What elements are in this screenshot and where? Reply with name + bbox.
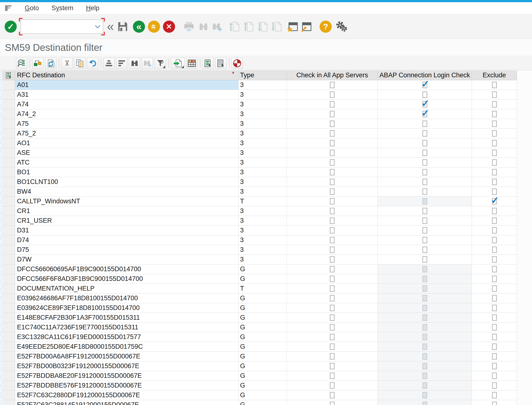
exclude-checkbox[interactable] bbox=[492, 295, 497, 302]
rfc-destination-cell[interactable]: A01 bbox=[15, 80, 239, 90]
type-cell[interactable]: G bbox=[239, 371, 287, 381]
rfc-destination-cell[interactable]: D31 bbox=[15, 226, 239, 235]
rfc-destination-cell[interactable]: DFCC566060695AF1B9C900155D014700 bbox=[15, 264, 239, 274]
rfc-destination-cell[interactable]: ATC bbox=[15, 158, 239, 167]
rfc-destination-cell[interactable]: DFCC566F6F8AD3F1B9C900155D014700 bbox=[15, 274, 239, 284]
exclude-checkbox[interactable] bbox=[492, 256, 497, 263]
exclude-checkbox[interactable] bbox=[492, 217, 497, 224]
rfc-destination-cell[interactable]: E52F7BDDBA8E20F1912000155D00067E bbox=[15, 371, 239, 381]
row-selector[interactable] bbox=[2, 216, 15, 226]
find-button-grid[interactable] bbox=[129, 58, 140, 69]
rfc-destination-cell[interactable]: AO1 bbox=[15, 138, 239, 148]
customize-button[interactable] bbox=[336, 21, 347, 32]
abap-login-check-checkbox[interactable] bbox=[422, 208, 427, 214]
row-selector[interactable] bbox=[2, 332, 15, 342]
exclude-checkbox[interactable] bbox=[492, 324, 497, 331]
exclude-checkbox[interactable] bbox=[492, 353, 497, 360]
type-cell[interactable]: G bbox=[239, 274, 287, 284]
sort-descending-button[interactable] bbox=[116, 58, 127, 69]
exclude-checkbox[interactable] bbox=[492, 140, 497, 146]
abap-login-check-checkbox[interactable] bbox=[422, 392, 427, 398]
row-selector[interactable] bbox=[2, 148, 15, 158]
rfc-destination-cell[interactable]: CALLTP_WindowsNT bbox=[15, 197, 239, 206]
type-cell[interactable]: G bbox=[239, 390, 287, 400]
type-cell[interactable]: G bbox=[239, 332, 287, 342]
rfc-destination-cell[interactable]: A75 bbox=[15, 119, 239, 129]
check-all-servers-checkbox[interactable] bbox=[330, 217, 335, 224]
rfc-destination-cell[interactable]: CR1_USER bbox=[15, 216, 239, 226]
type-cell[interactable]: G bbox=[239, 294, 287, 303]
type-cell[interactable]: G bbox=[239, 352, 287, 361]
copy-button[interactable] bbox=[74, 58, 85, 69]
abap-login-check-checkbox[interactable] bbox=[422, 111, 427, 117]
abap-login-check-checkbox[interactable] bbox=[422, 159, 427, 166]
rfc-destination-cell[interactable]: BO1 bbox=[15, 167, 239, 177]
rfc-destination-cell[interactable]: D75 bbox=[15, 245, 239, 255]
row-selector[interactable] bbox=[2, 381, 15, 390]
exclude-checkbox[interactable] bbox=[492, 169, 497, 175]
check-all-servers-checkbox[interactable] bbox=[330, 402, 335, 405]
check-all-servers-checkbox[interactable] bbox=[330, 130, 335, 137]
menu-goto[interactable]: Goto bbox=[25, 4, 39, 12]
abap-login-check-checkbox[interactable] bbox=[422, 198, 427, 205]
type-cell[interactable]: G bbox=[239, 361, 287, 371]
row-selector[interactable] bbox=[2, 303, 15, 313]
exclude-checkbox[interactable] bbox=[492, 130, 497, 137]
table-settings-button[interactable] bbox=[186, 58, 197, 69]
row-selector[interactable] bbox=[2, 245, 15, 255]
row-selector[interactable] bbox=[2, 361, 15, 371]
abap-login-check-checkbox[interactable] bbox=[422, 130, 427, 137]
check-all-servers-checkbox[interactable] bbox=[330, 392, 335, 398]
refresh-button[interactable] bbox=[45, 58, 56, 69]
rfc-destination-cell[interactable]: E148E8CFAF2B30F1A3F700155D015311 bbox=[15, 313, 239, 323]
abap-login-check-checkbox[interactable] bbox=[422, 353, 427, 360]
type-cell[interactable]: 3 bbox=[239, 138, 287, 148]
check-all-servers-checkbox[interactable] bbox=[330, 91, 335, 98]
check-all-servers-checkbox[interactable] bbox=[330, 101, 335, 108]
check-all-servers-checkbox[interactable] bbox=[330, 353, 335, 360]
create-shortcut-button[interactable] bbox=[302, 22, 311, 31]
abap-login-check-checkbox[interactable] bbox=[422, 256, 427, 263]
rfc-destination-cell[interactable]: A74_2 bbox=[15, 109, 239, 119]
exclude-checkbox[interactable] bbox=[492, 208, 497, 214]
check-all-servers-checkbox[interactable] bbox=[330, 276, 335, 282]
rfc-destination-cell[interactable]: ASE bbox=[15, 148, 239, 158]
last-page-button[interactable] bbox=[271, 21, 282, 32]
type-cell[interactable]: T bbox=[239, 284, 287, 294]
export-button[interactable] bbox=[171, 58, 185, 69]
type-cell[interactable]: 3 bbox=[239, 158, 287, 167]
row-selector[interactable] bbox=[2, 167, 15, 177]
type-cell[interactable]: 3 bbox=[239, 206, 287, 216]
check-all-servers-checkbox[interactable] bbox=[330, 120, 335, 127]
abap-login-check-checkbox[interactable] bbox=[422, 382, 427, 389]
abap-login-check-checkbox[interactable] bbox=[422, 246, 427, 253]
type-cell[interactable]: G bbox=[239, 381, 287, 390]
abap-login-check-checkbox[interactable] bbox=[422, 314, 427, 321]
row-selector[interactable] bbox=[2, 235, 15, 245]
command-input[interactable] bbox=[21, 20, 103, 34]
rfc-destination-cell[interactable]: E52F7BD00B0323F1912000155D00067E bbox=[15, 361, 239, 371]
exclude-checkbox[interactable] bbox=[492, 334, 497, 340]
type-cell[interactable]: T bbox=[239, 197, 287, 206]
check-all-servers-checkbox[interactable] bbox=[330, 246, 335, 253]
abap-login-check-checkbox[interactable] bbox=[422, 101, 427, 108]
system-menu-icon[interactable] bbox=[4, 5, 12, 12]
chevron-down-icon[interactable] bbox=[95, 25, 101, 29]
row-selector[interactable] bbox=[2, 274, 15, 284]
abap-login-check-checkbox[interactable] bbox=[422, 363, 427, 369]
check-all-servers-checkbox[interactable] bbox=[330, 227, 335, 234]
exit-button[interactable]: « bbox=[148, 21, 160, 33]
exclude-checkbox[interactable] bbox=[492, 314, 497, 321]
rfc-destination-cell[interactable]: E49EEDE25D80E4F18D8000155D01759C bbox=[15, 342, 239, 352]
row-selector[interactable] bbox=[2, 264, 15, 274]
row-selector[interactable] bbox=[2, 284, 15, 294]
menu-system[interactable]: System bbox=[52, 4, 73, 12]
exclude-checkbox[interactable] bbox=[492, 392, 497, 398]
exclude-checkbox[interactable] bbox=[492, 111, 497, 117]
row-selector[interactable] bbox=[2, 177, 15, 187]
rfc-destination-cell[interactable]: E0396246686AF7F18D8100155D014700 bbox=[15, 294, 239, 303]
help-button[interactable]: ? bbox=[320, 21, 332, 33]
abap-login-check-checkbox[interactable] bbox=[422, 188, 427, 195]
row-selector[interactable] bbox=[2, 80, 15, 90]
abap-login-check-checkbox[interactable] bbox=[422, 237, 427, 243]
